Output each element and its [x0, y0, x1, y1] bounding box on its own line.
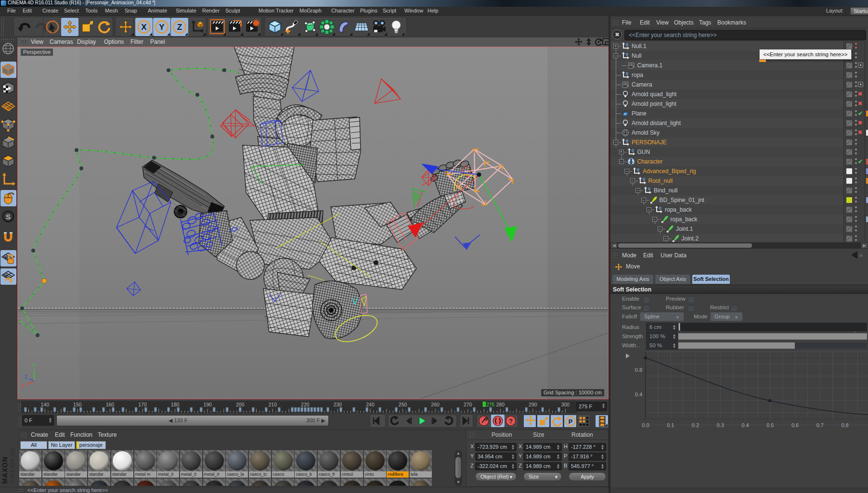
svg-text:0.3: 0.3 — [717, 422, 724, 428]
svg-text:0.6: 0.6 — [791, 422, 799, 428]
svg-text:190: 190 — [203, 402, 212, 407]
svg-text:0.4: 0.4 — [635, 392, 642, 397]
svg-text:0.2: 0.2 — [692, 422, 699, 428]
svg-text:0.5: 0.5 — [766, 422, 774, 428]
svg-text:Z: Z — [25, 375, 27, 380]
svg-text:300: 300 — [561, 402, 570, 407]
svg-text:160: 160 — [106, 402, 115, 407]
svg-text:0.1: 0.1 — [667, 422, 674, 428]
svg-text:?: ? — [509, 417, 513, 425]
svg-text:Y: Y — [159, 23, 165, 32]
svg-text:0.0: 0.0 — [642, 422, 649, 428]
svg-text:0: 0 — [626, 42, 628, 47]
svg-text:S: S — [6, 213, 11, 221]
svg-text:200: 200 — [236, 402, 245, 407]
svg-text:X: X — [141, 23, 147, 32]
svg-text:0: 0 — [643, 177, 645, 182]
svg-text:180: 180 — [171, 402, 180, 407]
svg-text:270: 270 — [464, 402, 472, 407]
svg-text:0.8: 0.8 — [635, 367, 642, 373]
svg-text:210: 210 — [269, 402, 277, 407]
svg-text:0: 0 — [648, 187, 650, 191]
svg-text:Z: Z — [177, 23, 182, 32]
svg-text:250: 250 — [399, 402, 407, 407]
svg-text:275: 275 — [486, 402, 494, 407]
svg-text:0: 0 — [626, 71, 628, 76]
svg-text:0.8: 0.8 — [841, 422, 848, 428]
svg-text:170: 170 — [138, 402, 147, 407]
svg-text:280: 280 — [496, 402, 505, 407]
svg-text:X: X — [21, 383, 25, 389]
svg-text:290: 290 — [529, 402, 537, 407]
svg-text:240: 240 — [366, 402, 375, 407]
svg-text:0.7: 0.7 — [816, 422, 824, 428]
svg-text:P: P — [569, 418, 573, 425]
svg-text:0.4: 0.4 — [741, 422, 749, 428]
svg-text:0: 0 — [626, 52, 628, 57]
svg-text:0: 0 — [632, 148, 634, 153]
svg-text:260: 260 — [431, 402, 440, 407]
svg-text:230: 230 — [334, 402, 342, 407]
svg-text:140: 140 — [41, 402, 50, 407]
svg-text:220: 220 — [301, 402, 310, 407]
svg-text:Y: Y — [32, 363, 36, 368]
svg-text:0: 0 — [626, 139, 628, 143]
svg-text:0: 0 — [659, 206, 661, 211]
svg-text:150: 150 — [73, 402, 82, 407]
svg-text:0: 0 — [637, 167, 639, 172]
